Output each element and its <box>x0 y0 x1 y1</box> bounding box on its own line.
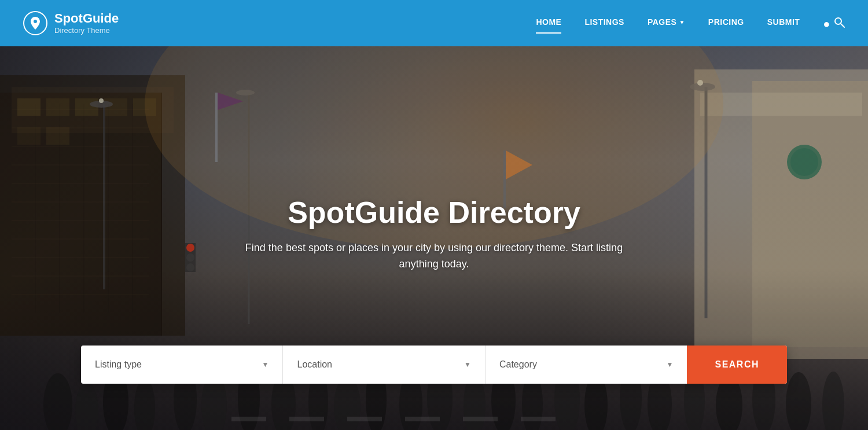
svg-rect-56 <box>405 417 440 421</box>
brand-title: SpotGuide <box>54 12 119 25</box>
svg-rect-57 <box>463 417 498 421</box>
search-icon[interactable]: ● <box>823 16 845 31</box>
svg-point-62 <box>186 263 194 271</box>
brand[interactable]: SpotGuide Directory Theme <box>23 11 119 35</box>
svg-point-29 <box>75 382 98 430</box>
svg-rect-6 <box>46 98 69 116</box>
svg-rect-55 <box>347 417 382 421</box>
search-button[interactable]: SEARCH <box>687 346 787 384</box>
search-nav-icon[interactable] <box>833 16 845 28</box>
pages-dropdown-arrow-icon: ▼ <box>679 19 685 25</box>
svg-rect-53 <box>231 417 266 421</box>
location-arrow-icon: ▼ <box>464 361 471 369</box>
nav-item-listings[interactable]: LISTINGS <box>584 17 624 29</box>
category-field[interactable]: Category ▼ <box>486 346 687 384</box>
svg-rect-10 <box>17 127 41 145</box>
svg-point-52 <box>822 372 844 430</box>
brand-text: SpotGuide Directory Theme <box>54 12 119 34</box>
hero-subtitle: Find the best spots or places in your ci… <box>203 240 665 273</box>
svg-rect-11 <box>46 127 69 145</box>
svg-rect-54 <box>289 417 324 421</box>
main-nav: HOME LISTINGS PAGES ▼ PRICING SUBMIT ● <box>536 16 845 31</box>
svg-rect-5 <box>17 98 41 116</box>
svg-rect-23 <box>215 93 218 162</box>
svg-point-14 <box>99 98 104 103</box>
location-field[interactable]: Location ▼ <box>283 346 485 384</box>
navbar: SpotGuide Directory Theme HOME LISTINGS … <box>0 0 868 46</box>
location-label: Location <box>297 359 332 370</box>
svg-point-28 <box>43 373 72 430</box>
svg-point-31 <box>134 378 155 430</box>
hero-section: SpotGuide Directory Find the best spots … <box>0 46 868 430</box>
nav-item-home[interactable]: HOME <box>536 17 561 29</box>
search-bar: Listing type ▼ Location ▼ Category ▼ SEA… <box>81 346 787 384</box>
nav-item-pages[interactable]: PAGES ▼ <box>648 17 685 29</box>
category-arrow-icon: ▼ <box>667 361 674 369</box>
svg-point-51 <box>786 372 811 430</box>
listing-type-label: Listing type <box>95 359 142 370</box>
svg-rect-58 <box>521 417 556 421</box>
hero-content: SpotGuide Directory Find the best spots … <box>203 196 665 273</box>
listing-type-arrow-icon: ▼ <box>262 361 269 369</box>
svg-line-2 <box>841 24 844 27</box>
nav-item-pricing[interactable]: PRICING <box>708 17 744 29</box>
svg-point-60 <box>186 244 194 252</box>
nav-item-submit[interactable]: SUBMIT <box>767 17 800 29</box>
category-label: Category <box>499 359 537 370</box>
svg-point-37 <box>334 376 361 430</box>
svg-point-64 <box>790 148 818 176</box>
svg-point-61 <box>186 253 194 262</box>
brand-subtitle: Directory Theme <box>54 26 119 35</box>
svg-rect-18 <box>700 93 862 116</box>
listing-type-field[interactable]: Listing type ▼ <box>81 346 283 384</box>
hero-title: SpotGuide Directory <box>203 196 665 229</box>
brand-logo-icon <box>23 11 47 35</box>
